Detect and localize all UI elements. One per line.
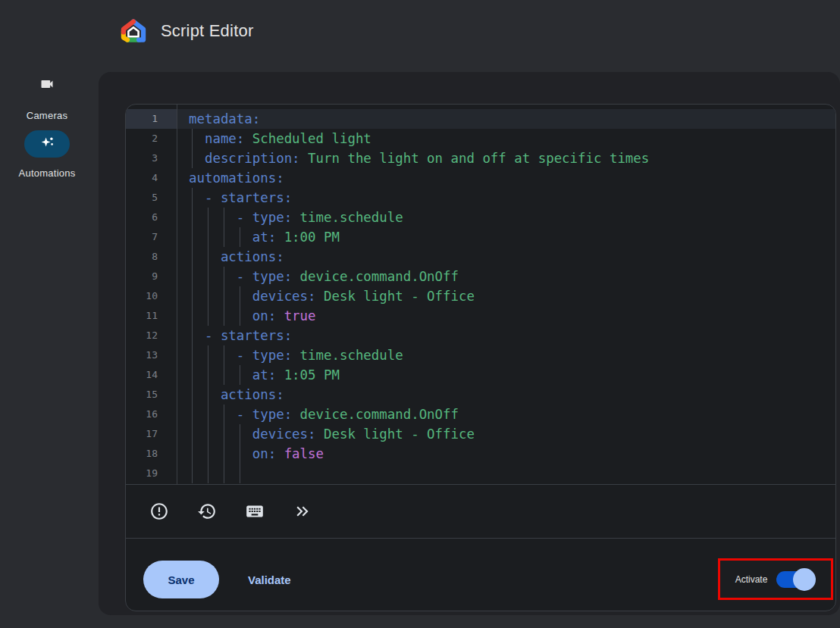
indent-guide: [240, 424, 240, 444]
sidebar-item-automations[interactable]: Automations: [0, 130, 94, 179]
indent-guide: [192, 227, 193, 247]
line-number: 11: [126, 306, 177, 326]
code-token: name:: [189, 131, 244, 146]
code-token: time.schedule: [292, 210, 403, 225]
indent-guide: [192, 208, 193, 227]
indent-guide: [240, 286, 240, 306]
validate-button[interactable]: Validate: [243, 561, 296, 598]
indent-guide: [224, 227, 224, 247]
indent-guide: [192, 424, 193, 444]
code-line-text: - type: device.command.OnOff: [177, 405, 835, 424]
line-number: 5: [126, 188, 177, 208]
line-number: 1: [126, 109, 177, 129]
code-token: - type:: [189, 348, 292, 363]
indent-guide: [224, 444, 224, 464]
code-line[interactable]: 3 description: Turn the light on and off…: [126, 148, 835, 168]
code-token: actions:: [189, 387, 284, 402]
line-number: 18: [126, 444, 177, 464]
code-token: on:: [189, 446, 276, 461]
code-line[interactable]: 13 - type: time.schedule: [126, 345, 835, 365]
keyboard-button[interactable]: [245, 501, 265, 521]
code-token: - starters:: [189, 328, 292, 343]
code-line[interactable]: 7 at: 1:00 PM: [126, 227, 835, 247]
indent-guide: [192, 405, 193, 424]
code-token: - type:: [189, 407, 292, 422]
indent-guide: [192, 247, 193, 267]
indent-guide: [224, 286, 224, 306]
line-number: 15: [126, 385, 177, 405]
code-line[interactable]: 18 on: false: [126, 444, 835, 464]
indent-guide: [224, 306, 224, 326]
code-line-text: metadata:: [177, 109, 835, 129]
code-line[interactable]: 14 at: 1:05 PM: [126, 365, 835, 385]
history-button[interactable]: [197, 501, 217, 521]
code-token: - type:: [189, 210, 292, 225]
line-number: 4: [126, 168, 177, 188]
code-token: Turn the light on and off at specific ti…: [300, 151, 650, 166]
code-line[interactable]: 12 - starters:: [126, 326, 835, 345]
indent-guide: [208, 365, 208, 385]
indent-guide: [192, 188, 193, 208]
code-line[interactable]: 1metadata:: [126, 109, 835, 129]
indent-guide: [208, 227, 208, 247]
indent-guide: [208, 208, 208, 227]
indent-guide: [240, 227, 240, 247]
videocam-icon: [39, 77, 55, 95]
indent-guide: [192, 267, 193, 286]
code-token: on:: [189, 308, 276, 323]
code-line-text: - type: time.schedule: [177, 208, 835, 227]
indent-guide: [192, 385, 193, 405]
code-token: device.command.OnOff: [292, 269, 459, 284]
code-line[interactable]: 4automations:: [126, 168, 835, 188]
line-number: 3: [126, 148, 177, 168]
code-editor[interactable]: 1metadata:2 name: Scheduled light3 descr…: [126, 105, 835, 484]
code-line[interactable]: 16 - type: device.command.OnOff: [126, 405, 835, 424]
sidebar-item-label: Cameras: [0, 110, 94, 121]
line-number: 7: [126, 227, 177, 247]
code-token: time.schedule: [292, 348, 403, 363]
indent-guide: [224, 267, 224, 286]
code-line[interactable]: 17 devices: Desk light - Office: [126, 424, 835, 444]
code-token: Desk light - Office: [316, 289, 475, 304]
annotation-highlight-box: Activate: [718, 558, 833, 600]
indent-guide: [192, 464, 193, 483]
code-line[interactable]: 5 - starters:: [126, 188, 835, 208]
double-chevron-right-button[interactable]: [293, 501, 312, 521]
error-outline-button[interactable]: [149, 501, 169, 521]
google-home-logo: [120, 18, 147, 44]
activate-toggle[interactable]: [776, 571, 813, 588]
indent-guide: [192, 148, 193, 168]
code-line[interactable]: 15 actions:: [126, 385, 835, 405]
code-line[interactable]: 10 devices: Desk light - Office: [126, 286, 835, 306]
sidebar-item-cameras[interactable]: Cameras: [0, 77, 94, 121]
indent-guide: [192, 129, 193, 148]
line-number: 17: [126, 424, 177, 444]
indent-guide: [208, 306, 208, 326]
save-button[interactable]: Save: [143, 561, 219, 598]
code-line-text: at: 1:00 PM: [177, 227, 835, 247]
indent-guide: [208, 464, 208, 483]
code-line[interactable]: 19: [126, 464, 835, 483]
line-number: 16: [126, 405, 177, 424]
indent-guide: [192, 345, 193, 365]
code-line[interactable]: 11 on: true: [126, 306, 835, 326]
page-title: Script Editor: [161, 21, 253, 41]
code-token: 1:00 PM: [276, 230, 340, 245]
indent-guide: [240, 464, 240, 483]
keyboard-icon: [245, 501, 265, 521]
code-line-text: [177, 464, 835, 483]
line-number: 13: [126, 345, 177, 365]
code-line[interactable]: 8 actions:: [126, 247, 835, 267]
code-line[interactable]: 9 - type: device.command.OnOff: [126, 267, 835, 286]
line-number: 12: [126, 326, 177, 345]
code-line[interactable]: 6 - type: time.schedule: [126, 208, 835, 227]
code-line[interactable]: 2 name: Scheduled light: [126, 129, 835, 148]
code-token: false: [276, 446, 324, 461]
activate-label: Activate: [735, 574, 768, 585]
code-token: description:: [189, 151, 300, 166]
toggle-thumb: [793, 568, 816, 591]
indent-guide: [240, 306, 240, 326]
editor-toolbar: [126, 484, 835, 539]
code-line-text: actions:: [177, 385, 835, 405]
indent-guide: [240, 365, 240, 385]
